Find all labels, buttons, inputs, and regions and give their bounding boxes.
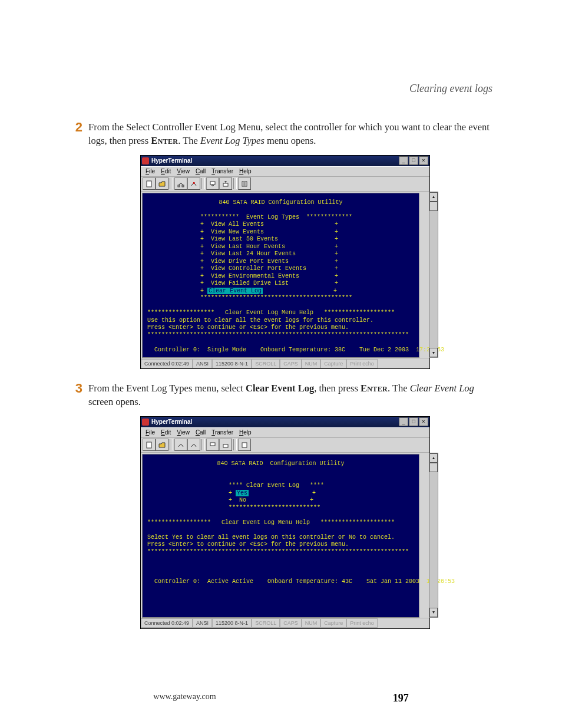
status-num: NUM (302, 618, 321, 628)
menu-transfer[interactable]: Transfer (209, 429, 236, 436)
menu-file[interactable]: File (143, 168, 157, 174)
help-footer: ****************************************… (147, 332, 414, 340)
status-port: 115200 8-N-1 (212, 618, 252, 628)
list-item[interactable]: + No + (147, 497, 414, 505)
t: menu opens. (265, 135, 316, 146)
status-connected: Connected 0:02:49 (141, 359, 193, 368)
scrollbar[interactable]: ▴ ▾ (429, 453, 438, 618)
step-2: 2 From the Select Controller Event Log M… (70, 121, 492, 148)
svg-rect-6 (223, 183, 228, 186)
list-item[interactable]: + View Environmental Events + (147, 273, 414, 281)
t: screen opens. (88, 396, 141, 407)
toolbar-connect-icon[interactable] (174, 177, 187, 190)
status-port: 115200 8-N-1 (212, 359, 252, 368)
minimize-button[interactable]: _ (399, 417, 408, 426)
menu-view[interactable]: View (174, 168, 192, 174)
help-title: ****************** Clear Event Log Menu … (147, 519, 414, 527)
toolbar-open-icon[interactable] (156, 177, 168, 190)
toolbar-receive-icon[interactable] (219, 177, 232, 190)
util-title: 840 SATA RAID Configuration Utility (147, 199, 414, 207)
status-echo: Print echo (346, 618, 378, 628)
close-button[interactable]: × (419, 417, 428, 426)
t: . The (178, 135, 200, 146)
menu-call[interactable]: Call (193, 168, 208, 174)
toolbar-disconnect-icon[interactable] (187, 439, 200, 451)
close-button[interactable]: × (419, 156, 428, 165)
scroll-thumb[interactable] (429, 202, 438, 211)
list-item[interactable]: + View Last Hour Events + (147, 243, 414, 251)
status-scroll: SCROLL (252, 359, 280, 368)
toolbar (141, 177, 429, 192)
list-item[interactable]: + View Controller Port Events + (147, 265, 414, 273)
status-bar: Connected 0:02:49 ANSI 115200 8-N-1 SCRO… (141, 618, 429, 628)
menu-transfer[interactable]: Transfer (209, 168, 236, 174)
toolbar-properties-icon[interactable] (238, 439, 251, 451)
scroll-up-icon[interactable]: ▴ (429, 192, 438, 202)
scrollbar[interactable]: ▴ ▾ (429, 192, 438, 358)
svg-rect-12 (210, 443, 215, 446)
list-item-selected[interactable]: + Clear Event Log + (147, 288, 414, 295)
screenshot-clear-event-log: HyperTerminal _ □ × File Edit View Call … (140, 416, 430, 629)
menu-edit[interactable]: Edit (158, 429, 173, 436)
list-item[interactable]: + View Drive Port Events + (147, 258, 414, 266)
menu-header: **** Clear Event Log **** (147, 482, 414, 490)
status-connected: Connected 0:02:49 (141, 618, 193, 628)
toolbar (141, 438, 429, 453)
section-heading: Clearing event logs (70, 83, 492, 95)
menu-view[interactable]: View (174, 429, 192, 436)
status-capture: Capture (320, 618, 346, 628)
toolbar-properties-icon[interactable] (238, 177, 251, 190)
svg-rect-13 (223, 444, 228, 447)
list-item[interactable]: + View Last 50 Events + (147, 236, 414, 243)
menu-call[interactable]: Call (193, 429, 208, 436)
menu-edit[interactable]: Edit (158, 168, 173, 174)
status-emulation: ANSI (193, 618, 212, 628)
menu-help[interactable]: Help (237, 429, 254, 436)
list-item[interactable]: + View All Events + (147, 221, 414, 229)
toolbar-new-icon[interactable] (143, 439, 156, 451)
list-item[interactable]: + View Last 24 Hour Events + (147, 251, 414, 258)
svg-rect-11 (147, 442, 151, 448)
window-title: HyperTerminal (151, 419, 192, 425)
list-item[interactable]: + View New Events + (147, 229, 414, 236)
scroll-up-icon[interactable]: ▴ (429, 453, 438, 463)
footer-url: www.gateway.com (153, 692, 216, 704)
scroll-down-icon[interactable]: ▾ (429, 348, 438, 357)
toolbar-send-icon[interactable] (206, 177, 219, 190)
toolbar-new-icon[interactable] (143, 177, 156, 190)
titlebar: HyperTerminal _ □ × (141, 156, 429, 166)
toolbar-open-icon[interactable] (156, 439, 168, 451)
step-number: 3 (70, 382, 82, 409)
maximize-button[interactable]: □ (409, 417, 418, 426)
menu-file[interactable]: File (143, 429, 157, 436)
list-item-selected[interactable]: + Yes + (147, 490, 414, 498)
menu-header: *********** Event Log Types ************… (147, 214, 414, 222)
menu-help[interactable]: Help (237, 168, 254, 174)
svg-rect-0 (147, 181, 151, 187)
t: . The (388, 383, 410, 394)
window-title: HyperTerminal (151, 157, 192, 164)
menu-footer: ****************************************… (147, 295, 414, 302)
screenshot-event-log-types: HyperTerminal _ □ × File Edit View Call … (140, 155, 430, 370)
status-emulation: ANSI (193, 359, 212, 368)
menu-bar: File Edit View Call Transfer Help (141, 166, 429, 177)
app-icon (142, 157, 149, 164)
toolbar-receive-icon[interactable] (219, 439, 232, 451)
screen-name: Clear Event Log (410, 383, 474, 394)
list-item[interactable]: + View Failed Drive List + (147, 280, 414, 288)
minimize-button[interactable]: _ (399, 156, 408, 165)
svg-rect-1 (178, 185, 180, 187)
terminal-output: 840 SATA RAID Configuration Utility ****… (142, 454, 419, 618)
terminal-status: Controller 0: Single Mode Onboard Temper… (147, 347, 414, 354)
maximize-button[interactable]: □ (409, 156, 418, 165)
help-title: ******************* Clear Event Log Menu… (147, 309, 414, 317)
toolbar-disconnect-icon[interactable] (187, 177, 200, 190)
scroll-thumb[interactable] (429, 463, 438, 472)
svg-rect-2 (182, 185, 184, 187)
keycap: Enter (361, 383, 388, 394)
toolbar-connect-icon[interactable] (174, 439, 187, 451)
scroll-down-icon[interactable]: ▾ (429, 608, 438, 617)
svg-rect-14 (242, 443, 247, 447)
help-text: Press <Enter> to continue or <Esc> for t… (147, 541, 414, 549)
toolbar-send-icon[interactable] (206, 439, 219, 451)
